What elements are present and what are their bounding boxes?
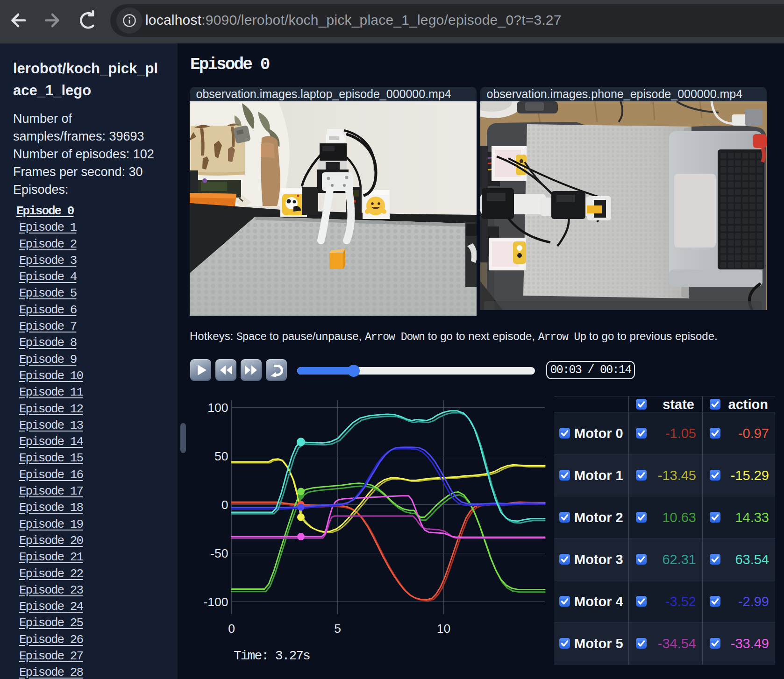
svg-text:-100: -100 [203,595,228,609]
svg-text:10: 10 [437,622,450,636]
svg-text:0: 0 [228,622,235,636]
svg-text:50: 50 [214,449,228,463]
svg-text:-50: -50 [210,546,228,560]
svg-text:5: 5 [334,622,341,636]
svg-text:100: 100 [207,401,228,415]
svg-text:0: 0 [221,498,228,512]
